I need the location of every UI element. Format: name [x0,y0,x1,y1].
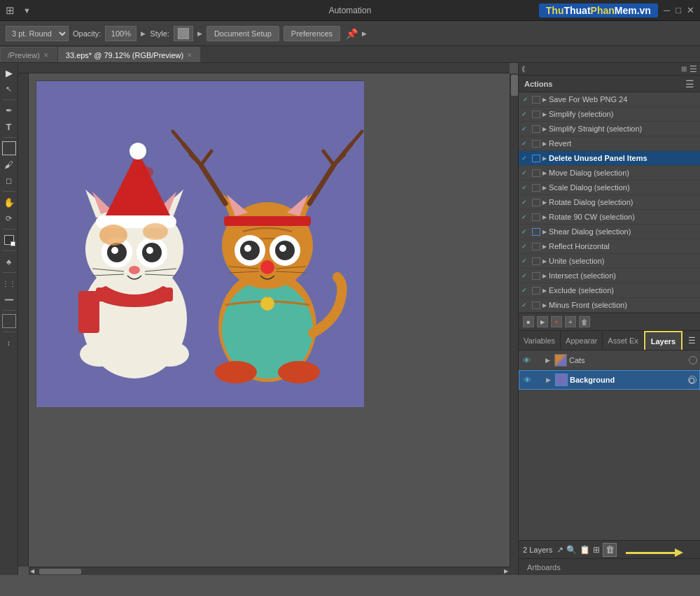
layer-lock-icon[interactable] [533,355,543,365]
scroll-horizontal[interactable]: ◀ ▶ [29,567,510,575]
artboards-tab[interactable]: Artboards [519,559,569,575]
tool-direct-select[interactable]: ↖ [2,82,16,96]
panel-menu-icon[interactable]: ☰ [690,64,697,74]
scroll-right-arrow[interactable]: ▶ [503,568,510,574]
new-layer-icon[interactable]: 📋 [580,545,590,555]
search-icon[interactable]: 🔍 [566,545,577,555]
actions-panel-menu-icon[interactable]: ☰ [685,78,694,90]
layer-row-cats[interactable]: 👁 ▶ Cats [519,350,700,370]
action-row[interactable]: ✓ ▶ Simplify (selection) [519,107,700,122]
artboards-tab-bar: Artboards [519,558,700,575]
maximize-icon[interactable]: □ [676,5,681,15]
delete-layer-button[interactable]: 🗑 [603,543,617,557]
layer-expand-icon-bg[interactable]: ▶ [546,376,553,383]
stop-icon[interactable]: ■ [523,316,534,327]
panel-tabs-menu-icon[interactable]: ☰ [684,336,700,346]
action-row[interactable]: ✓ ▶ Simplify Straight (selection) [519,122,700,136]
layer-circle-cats[interactable] [689,356,697,364]
svg-point-61 [278,361,320,383]
tool-zoom-rect[interactable] [2,314,16,328]
check-icon: ✓ [522,140,530,147]
duplicate-icon[interactable]: ⊞ [593,545,600,555]
svg-point-26 [80,341,119,367]
action-row[interactable]: ✓ ▶ Unite (selection) [519,254,700,269]
tool-pen[interactable]: ✒ [2,104,16,118]
action-row[interactable]: ✓ ▶ Shear Dialog (selection) [519,225,700,239]
play-icon[interactable]: ▶ [537,316,548,327]
action-row[interactable]: ✓ ▶ Intersect (selection) [519,269,700,283]
action-name: Rotate Dialog (selection) [549,198,633,206]
canvas-area: ◀ ▶ [18,63,518,575]
tool-type[interactable]: T [2,120,16,134]
preferences-button[interactable]: Preferences [284,26,340,41]
document-setup-button[interactable]: Document Setup [206,26,279,41]
action-arrow: ▶ [542,288,547,294]
layer-circle-bg[interactable]: O [688,376,696,384]
tool-rect[interactable] [2,141,16,155]
action-row-highlighted[interactable]: ✓ ▶ Delete Unused Panel Items [519,151,700,166]
layer-vis-icon-bg[interactable]: 👁 [522,375,532,385]
tool-symbol[interactable]: ♣ [2,255,16,269]
action-arrow: ▶ [542,243,547,250]
tool-hand[interactable]: ✋ [2,195,16,209]
tool-ruler[interactable]: ━━ [2,292,16,306]
scroll-left-arrow[interactable]: ◀ [29,568,36,574]
svg-point-12 [136,166,153,178]
app-grid-icon[interactable]: ⊞ [6,4,15,17]
minimize-icon[interactable]: ─ [664,5,670,15]
scroll-vertical[interactable] [510,73,518,567]
app-chevron-icon[interactable]: ▼ [23,6,31,15]
tool-rotate-view[interactable]: ⟳ [2,211,16,225]
brush-size-select[interactable]: 3 pt. Round [6,26,69,41]
action-row[interactable]: ✓ ▶ Reflect Horizontal [519,239,700,254]
square-icon [532,213,540,221]
tab-variables[interactable]: Variables [519,331,561,350]
svg-point-19 [129,266,140,274]
layer-expand-icon[interactable]: ▶ [545,357,552,364]
action-arrow: ▶ [542,170,547,176]
pin-icon[interactable]: 📌 [346,28,358,39]
record-icon[interactable]: ● [551,316,562,327]
opacity-input[interactable] [105,26,136,41]
new-action-icon[interactable]: + [565,316,576,327]
action-row[interactable]: ✓ ▶ Rotate Dialog (selection) [519,195,700,210]
tab-close-1[interactable]: ✕ [43,52,49,59]
tab-asset-export[interactable]: Asset Ex [603,331,643,350]
style-label: Style: [150,29,169,38]
check-icon: ✓ [522,169,530,176]
close-icon[interactable]: ✕ [687,5,694,15]
export-icon[interactable]: ↗ [556,545,564,555]
tab-active[interactable]: 33.eps* @ 79.12% (RGB/Preview) ✕ [58,47,200,62]
tool-eraser[interactable]: ◻ [2,173,16,187]
delete-action-icon[interactable]: 🗑 [579,316,590,327]
layer-vis-icon[interactable]: 👁 [522,355,531,365]
square-icon [532,199,540,206]
layer-row-background[interactable]: 👁 ▶ Background O [519,370,700,390]
action-row[interactable]: ✓ ▶ Revert [519,136,700,151]
tool-paintbrush[interactable]: 🖌 [2,157,16,171]
blue-square-icon [532,155,540,162]
tab-preview[interactable]: /Preview) ✕ [0,47,57,62]
svg-point-53 [260,260,274,274]
action-row[interactable]: ✓ ▶ Exclude (selection) [519,283,700,298]
panel-collapse-icon[interactable]: ⟪ [522,65,526,73]
tab-close-2[interactable]: ✕ [187,52,192,59]
tool-grid[interactable]: ⋮⋮ [2,276,16,290]
action-row[interactable]: ✓ ▶ Minus Front (selection) [519,298,700,313]
tool-place[interactable]: ↕ [2,336,16,350]
style-swatch[interactable] [174,26,193,41]
panel-arrange-icon[interactable]: ⊞ [681,65,687,73]
action-row[interactable]: ✓ ▶ Rotate 90 CW (selection) [519,210,700,225]
panel-tabs-row: Variables Appearar Asset Ex Layers ☰ [519,331,700,350]
tool-select[interactable]: ▶ [2,66,16,80]
square-icon [532,272,540,280]
square-icon [532,140,540,148]
action-row[interactable]: ✓ ▶ Save For Web PNG 24 [519,92,700,107]
right-panel: ⟪ ⊞ ☰ Actions ☰ ✓ ▶ Save For Web PNG 24 … [518,63,700,575]
tab-layers[interactable]: Layers [644,331,682,350]
action-row[interactable]: ✓ ▶ Move Dialog (selection) [519,166,700,180]
toolbar-chevron-icon[interactable]: ▶ [362,30,367,37]
tab-appearance[interactable]: Appearar [561,331,603,350]
action-row[interactable]: ✓ ▶ Scale Dialog (selection) [519,180,700,195]
tool-fill[interactable] [2,233,16,247]
